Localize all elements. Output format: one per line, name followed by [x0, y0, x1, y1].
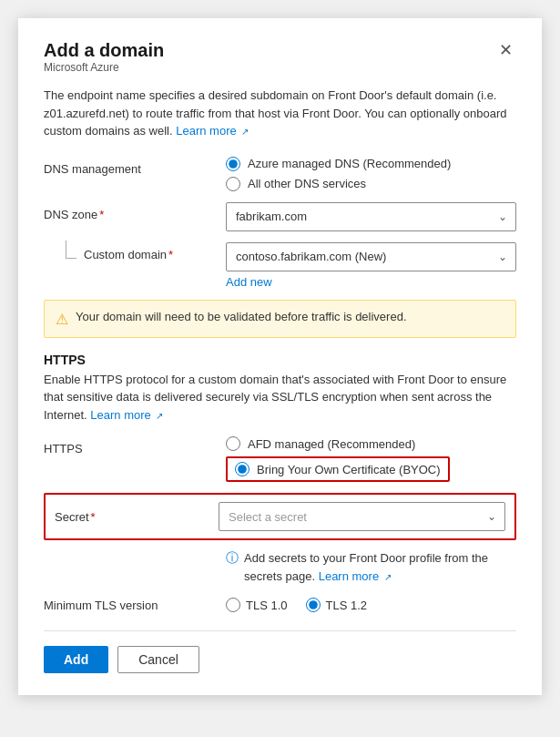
tls-options: TLS 1.0 TLS 1.2	[226, 598, 367, 612]
secret-learn-more-link[interactable]: Learn more ↗	[319, 569, 392, 583]
indent-indicator	[66, 241, 76, 259]
secret-info-row: ⓘ Add secrets to your Front Door profile…	[44, 549, 516, 585]
custom-domain-label: Custom domain*	[66, 242, 226, 261]
dns-other-radio[interactable]	[226, 177, 240, 191]
tls-1-0-option[interactable]: TLS 1.0	[226, 598, 288, 612]
cancel-button[interactable]: Cancel	[117, 646, 199, 673]
dialog-header: Add a domain Microsoft Azure ✕	[44, 40, 516, 85]
https-learn-more-link[interactable]: Learn more ↗	[90, 408, 163, 422]
close-button[interactable]: ✕	[495, 40, 516, 60]
info-icon: ⓘ	[226, 550, 239, 567]
tls-1-2-option[interactable]: TLS 1.2	[306, 598, 368, 612]
custom-domain-select-wrapper: contoso.fabrikam.com (New) ⌄	[226, 242, 516, 271]
https-options: AFD managed (Recommended) Bring Your Own…	[226, 436, 516, 482]
dns-zone-select[interactable]: fabrikam.com	[226, 202, 516, 231]
warning-text: Your domain will need to be validated be…	[76, 310, 407, 323]
dns-zone-row: DNS zone* fabrikam.com ⌄	[44, 202, 516, 231]
https-section-title: HTTPS	[44, 353, 516, 367]
https-afd-option[interactable]: AFD managed (Recommended)	[226, 436, 516, 451]
dns-other-option[interactable]: All other DNS services	[226, 177, 516, 191]
dns-zone-control: fabrikam.com ⌄	[226, 202, 516, 231]
dns-zone-select-wrapper: fabrikam.com ⌄	[226, 202, 516, 231]
tls-row: Minimum TLS version TLS 1.0 TLS 1.2	[44, 598, 516, 612]
tls-1-2-radio[interactable]	[306, 598, 321, 612]
https-byoc-option[interactable]: Bring Your Own Certificate (BYOC)	[226, 456, 516, 482]
dialog-title: Add a domain	[44, 40, 164, 61]
https-options-row: HTTPS AFD managed (Recommended) Bring Yo…	[44, 436, 516, 482]
tls-label: Minimum TLS version	[44, 599, 226, 612]
dns-management-row: DNS management Azure managed DNS (Recomm…	[44, 157, 516, 191]
secret-row: Secret* Select a secret ⌄	[44, 493, 516, 540]
external-link-icon-1: ↗	[241, 127, 249, 137]
warning-icon: ⚠	[56, 311, 68, 328]
secret-label: Secret*	[55, 510, 219, 524]
dns-management-options: Azure managed DNS (Recommended) All othe…	[226, 157, 516, 191]
https-section-description: Enable HTTPS protocol for a custom domai…	[44, 371, 516, 425]
custom-domain-select[interactable]: contoso.fabrikam.com (New)	[226, 242, 516, 271]
add-domain-dialog: Add a domain Microsoft Azure ✕ The endpo…	[18, 18, 542, 695]
secret-select-wrapper: Select a secret ⌄	[219, 502, 505, 531]
dialog-description: The endpoint name specifies a desired su…	[44, 87, 516, 140]
add-new-link[interactable]: Add new	[226, 275, 272, 289]
dns-azure-radio[interactable]	[226, 157, 240, 171]
validation-warning: ⚠ Your domain will need to be validated …	[44, 300, 516, 338]
dns-zone-label: DNS zone*	[44, 202, 226, 221]
dns-azure-option[interactable]: Azure managed DNS (Recommended)	[226, 157, 516, 171]
https-section: HTTPS Enable HTTPS protocol for a custom…	[44, 353, 516, 483]
learn-more-link-1[interactable]: Learn more ↗	[176, 124, 249, 138]
custom-domain-control: contoso.fabrikam.com (New) ⌄ Add new	[226, 242, 516, 289]
dialog-footer: Add Cancel	[44, 630, 516, 673]
secret-info-text: Add secrets to your Front Door profile f…	[244, 549, 516, 585]
external-link-icon-3: ↗	[384, 572, 392, 582]
tls-1-0-radio[interactable]	[226, 598, 240, 612]
dialog-subtitle: Microsoft Azure	[44, 61, 164, 74]
secret-select[interactable]: Select a secret	[219, 502, 505, 531]
add-button[interactable]: Add	[44, 646, 108, 673]
custom-domain-row: Custom domain* contoso.fabrikam.com (New…	[44, 242, 516, 289]
https-afd-radio[interactable]	[226, 436, 240, 451]
byoc-highlight-box: Bring Your Own Certificate (BYOC)	[226, 456, 450, 482]
https-label: HTTPS	[44, 436, 226, 456]
https-byoc-radio[interactable]	[235, 462, 249, 476]
dns-management-label: DNS management	[44, 157, 226, 176]
external-link-icon-2: ↗	[156, 411, 163, 421]
